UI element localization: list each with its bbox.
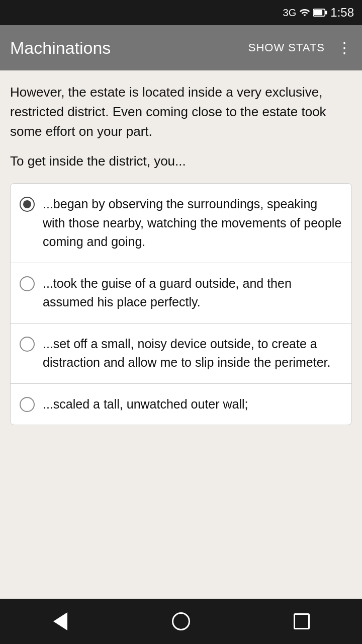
radio-button-2[interactable]	[20, 276, 35, 291]
signal-icon	[299, 7, 310, 18]
choice-item-4[interactable]: ...scaled a tall, unwatched outer wall;	[11, 384, 351, 425]
prompt-text: To get inside the district, you...	[10, 151, 352, 171]
back-icon	[53, 612, 67, 630]
bottom-nav	[0, 599, 362, 644]
content-area: However, the estate is located inside a …	[0, 70, 362, 599]
choice-text-2: ...took the guise of a guard outside, an…	[43, 274, 342, 312]
choice-text-1: ...began by observing the surroundings, …	[43, 195, 342, 252]
home-button[interactable]	[161, 606, 201, 636]
app-bar: Machinations SHOW STATS ⋮	[0, 25, 362, 70]
network-indicator: 3G	[283, 7, 297, 19]
home-icon	[172, 612, 190, 630]
back-button[interactable]	[40, 606, 80, 636]
radio-button-4[interactable]	[20, 397, 35, 412]
recent-apps-button[interactable]	[282, 606, 322, 636]
app-title: Machinations	[10, 38, 248, 58]
status-bar: 3G 1:58	[0, 0, 362, 25]
radio-button-1[interactable]	[20, 197, 35, 212]
svg-rect-1	[314, 10, 322, 16]
choice-item-2[interactable]: ...took the guise of a guard outside, an…	[11, 263, 351, 324]
recent-icon	[294, 613, 310, 629]
radio-button-3[interactable]	[20, 337, 35, 352]
overflow-menu-button[interactable]: ⋮	[337, 40, 352, 55]
choice-item-1[interactable]: ...began by observing the surroundings, …	[11, 184, 351, 263]
show-stats-button[interactable]: SHOW STATS	[248, 41, 325, 54]
battery-icon	[313, 7, 327, 18]
status-time: 1:58	[330, 6, 354, 20]
choice-text-3: ...set off a small, noisy device outside…	[43, 335, 342, 372]
status-icons: 3G 1:58	[283, 6, 354, 20]
svg-rect-2	[325, 11, 327, 15]
choices-container: ...began by observing the surroundings, …	[10, 183, 352, 425]
story-paragraph: However, the estate is located inside a …	[10, 83, 352, 141]
choice-item-3[interactable]: ...set off a small, noisy device outside…	[11, 324, 351, 384]
choice-text-4: ...scaled a tall, unwatched outer wall;	[43, 395, 248, 414]
